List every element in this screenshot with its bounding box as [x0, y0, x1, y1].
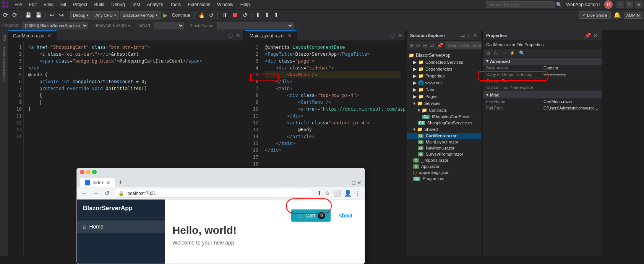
tb-back-btn[interactable]: ⟳ [2, 11, 10, 19]
menu-window[interactable]: Window [214, 1, 237, 8]
props-categorized-btn[interactable]: ⊞ [485, 50, 492, 56]
minimize-button[interactable]: ─ [616, 1, 624, 8]
address-text[interactable]: localhost:7031 [127, 191, 309, 196]
address-bar[interactable]: 🔒 localhost:7031 [113, 189, 314, 198]
se-item-imports[interactable]: ⚙ _Imports.razor [407, 157, 481, 163]
menu-build[interactable]: Build [91, 1, 108, 8]
se-item-mainlayout[interactable]: ⚙ MainLayout.razor [407, 139, 481, 145]
se-item-wwwroot[interactable]: ▶ 🌐 wwwroot [407, 79, 481, 86]
menu-test[interactable]: Test [129, 1, 143, 8]
browser-new-tab-btn[interactable]: + [117, 179, 124, 187]
se-item-cartmenu[interactable]: ⚙ CartMenu.razor [407, 133, 481, 139]
browser-max-btn[interactable]: □ [352, 180, 355, 186]
se-item-pages[interactable]: ▶ 📁 Pages [407, 93, 481, 100]
thread-select[interactable] [154, 22, 184, 29]
tb-undo-btn[interactable]: ↩ [48, 11, 56, 19]
se-item-services[interactable]: ▾ 📁 Services [407, 100, 481, 107]
tb-step-over-btn[interactable]: ⬇ [254, 11, 262, 19]
tb-stop-btn[interactable]: ⏹ [230, 11, 240, 19]
se-tb-4[interactable]: ⇄ [429, 42, 435, 49]
se-item-connected-services[interactable]: ▶ 📁 Connected Services [407, 59, 481, 66]
close-others-btn[interactable]: ✕ [235, 32, 242, 39]
se-item-data[interactable]: ▶ 📁 Data [407, 86, 481, 93]
se-item-shoppingcartservice[interactable]: C# ShoppingCartService.cs [407, 120, 481, 126]
browser-forward-btn[interactable]: → [91, 189, 101, 198]
nav-bookmark-btn[interactable]: ☆ [324, 189, 331, 198]
tab-close-right[interactable]: ✕ [287, 33, 292, 39]
browser-tab-close[interactable]: ✕ [106, 180, 110, 186]
se-sync-btn[interactable]: ⇄ [460, 32, 466, 39]
tab-mainlayout[interactable]: MainLayout.razor ✕ [245, 30, 297, 40]
tb-breakall-btn[interactable]: ⏸ [220, 11, 229, 19]
menu-search[interactable] [486, 1, 555, 8]
browser-maximize-btn[interactable] [92, 170, 97, 174]
props-properties-btn[interactable]: ≡ [501, 50, 507, 56]
nav-share-btn[interactable]: ⬆ [316, 189, 323, 198]
se-item-ishoppingcart[interactable]: C# IShoppingCartServic... [407, 114, 481, 120]
menu-project[interactable]: Project [70, 1, 90, 8]
props-search-btn[interactable]: 🔍 [517, 50, 526, 56]
menu-help[interactable]: Help [237, 1, 253, 8]
se-item-properties[interactable]: ▶ 📁 Properties [407, 72, 481, 79]
sidebar-server-icon[interactable]: Server Object Explorer [2, 47, 6, 82]
props-close-btn[interactable]: ✕ [592, 32, 599, 39]
nav-more-btn[interactable]: ⋮ [354, 189, 362, 198]
se-close-btn[interactable]: ✕ [472, 32, 478, 39]
process-select[interactable]: [26064] BlazorServerApp.exe [22, 22, 88, 29]
tb-forward-btn[interactable]: ⟳ [11, 11, 19, 19]
menu-debug[interactable]: Debug [108, 1, 128, 8]
se-item-dependencies[interactable]: ▶ 📁 Dependencies [407, 66, 481, 72]
split-editor-btn[interactable]: ⬡ [227, 32, 234, 39]
tb-notifications-btn[interactable]: 🔔 [612, 11, 623, 19]
tb-save-all-btn[interactable]: 💾 [34, 11, 43, 19]
split-editor-btn-r[interactable]: ⬡ [389, 32, 396, 39]
props-alpha-btn[interactable]: A↓ [492, 50, 501, 56]
sidebar-sql-icon[interactable]: SQL [2, 35, 6, 42]
tb-save-btn[interactable]: 💾 [24, 11, 33, 19]
props-copy-val[interactable]: Do not copy [543, 72, 599, 77]
browser-min-btn[interactable]: ─ [347, 180, 351, 186]
browser-close-btn[interactable] [80, 170, 84, 174]
close-button[interactable]: ✕ [635, 1, 642, 8]
tb-reload-btn[interactable]: ↺ [208, 11, 215, 19]
tb-step-into-btn[interactable]: ⬇ [263, 11, 271, 19]
se-item-contracts[interactable]: ▾ 📁 Contracts [407, 107, 481, 114]
menu-git[interactable]: Git [57, 1, 69, 8]
props-filename-val[interactable]: CartMenu.razor [543, 99, 599, 104]
cpu-config-dropdown[interactable]: Any CPU ▾ [92, 11, 118, 19]
debug-config-dropdown[interactable]: Debug ▾ [70, 11, 91, 19]
menu-analyze[interactable]: Analyze [144, 1, 167, 8]
menu-view[interactable]: View [41, 1, 57, 8]
se-home-btn[interactable]: ⌂ [467, 32, 471, 39]
stack-frame-select[interactable] [217, 22, 294, 29]
admin-button[interactable]: ADMIN [624, 12, 642, 19]
se-tb-2[interactable]: ⟳ [415, 42, 422, 49]
browser-minimize-btn[interactable] [86, 170, 91, 174]
browser-refresh-btn[interactable]: ↺ [103, 189, 111, 198]
se-item-shared[interactable]: ▾ 📁 Shared [407, 126, 481, 133]
se-item-appsettings[interactable]: { } appsettings.json [407, 169, 481, 175]
props-dock-btn[interactable]: 📌 [584, 32, 592, 39]
se-item-surveyprompt[interactable]: ⚙ SurveyPrompt.razor [407, 151, 481, 157]
menu-tools[interactable]: Tools [167, 1, 184, 8]
user-avatar[interactable]: D [604, 0, 613, 9]
live-share-button[interactable]: ↗ Live Share [579, 11, 611, 19]
props-build-action-val[interactable]: Content [543, 66, 599, 70]
nav-split-btn[interactable]: ⬜ [333, 189, 342, 198]
about-link[interactable]: About [338, 212, 352, 219]
tb-step-out-btn[interactable]: ⬆ [272, 11, 280, 19]
blazor-nav-home[interactable]: ⌂ Home [77, 221, 165, 233]
menu-file[interactable]: File [11, 1, 25, 8]
tb-fire-btn[interactable]: 🔥 [197, 11, 206, 19]
se-item-program[interactable]: C# Program.cs [407, 175, 481, 182]
play-button[interactable]: ▶ [162, 11, 169, 19]
close-others-btn-r[interactable]: ✕ [397, 32, 404, 39]
tab-close-left[interactable]: ✕ [47, 33, 52, 39]
props-events-btn[interactable]: ⚡ [508, 50, 517, 56]
se-tb-3[interactable]: ⊟ [422, 42, 428, 49]
se-item-navmenu[interactable]: ⚙ NavMenu.razor [407, 145, 481, 151]
menu-edit[interactable]: Edit [26, 1, 40, 8]
browser-back-btn[interactable]: ← [80, 189, 89, 198]
browser-x-btn[interactable]: ✕ [357, 180, 362, 186]
tab-cartmenu[interactable]: CartMenu.razor ✕ [8, 30, 57, 40]
